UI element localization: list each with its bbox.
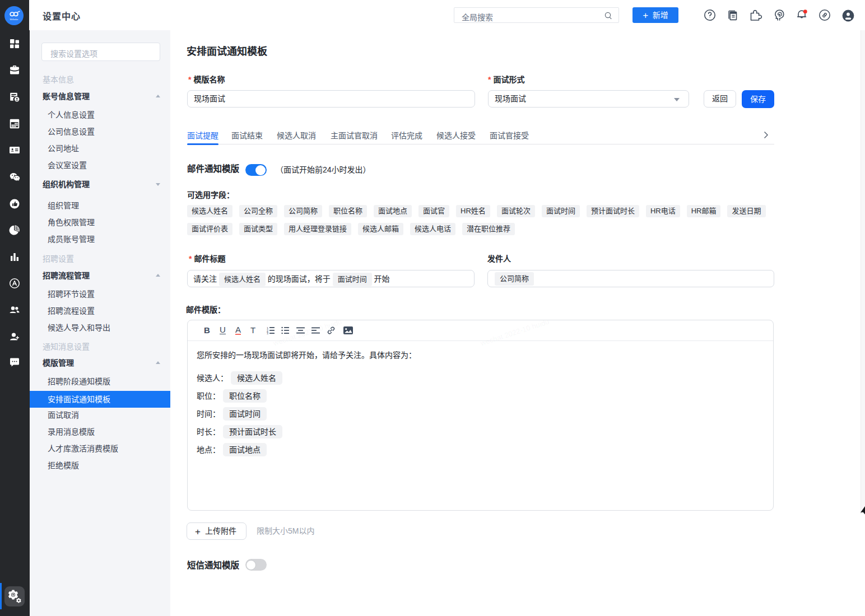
svg-text:WeSeeker: WeSeeker <box>10 18 19 21</box>
svg-text:3: 3 <box>267 332 268 334</box>
